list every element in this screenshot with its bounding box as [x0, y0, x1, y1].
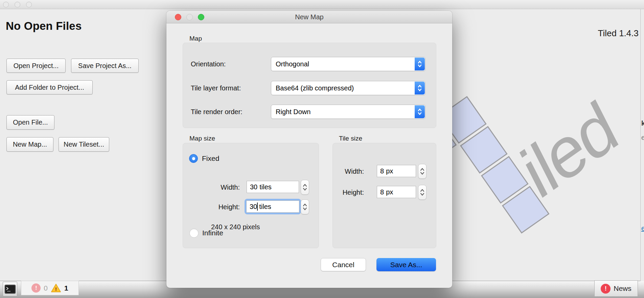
- map-height-input[interactable]: 30tiles: [246, 200, 299, 213]
- map-width-stepper[interactable]: [301, 180, 309, 195]
- tile-size-groupbox: Width: 8px Height: 8px: [332, 143, 436, 248]
- news-button[interactable]: ! News: [594, 280, 638, 297]
- tile-height-input[interactable]: 8px: [377, 186, 416, 198]
- tile-width-label: Width:: [338, 168, 364, 175]
- cutoff-text-fragment: k: [641, 120, 644, 127]
- tile-width-value: 8: [380, 167, 384, 175]
- map-width-suffix: tiles: [259, 183, 272, 191]
- tile-width-input[interactable]: 8px: [377, 165, 416, 177]
- text-caret: [257, 203, 258, 211]
- map-size-group-label: Map size: [189, 135, 215, 142]
- warning-icon: !: [51, 283, 61, 293]
- news-button-label: News: [614, 284, 631, 293]
- minimize-window-button[interactable]: [15, 2, 20, 7]
- main-window-titlebar: [0, 0, 644, 9]
- error-count: 0: [44, 284, 48, 292]
- infinite-radio-label: Infinite: [202, 229, 223, 237]
- infinite-radio[interactable]: [189, 229, 199, 238]
- fixed-radio-label: Fixed: [202, 154, 219, 163]
- stepper-down-icon: [303, 208, 307, 210]
- save-project-as-button[interactable]: Save Project As...: [71, 59, 139, 73]
- tile-height-stepper[interactable]: [418, 185, 427, 200]
- new-map-button[interactable]: New Map...: [6, 137, 53, 152]
- dialog-titlebar[interactable]: New Map: [166, 11, 452, 23]
- tile-render-order-label: Tile render order:: [191, 108, 243, 116]
- map-height-suffix: tiles: [259, 203, 271, 211]
- tile-height-label: Height:: [338, 189, 364, 196]
- map-width-input[interactable]: 30tiles: [247, 181, 299, 193]
- fixed-radio[interactable]: [189, 154, 198, 163]
- orientation-select[interactable]: Orthogonal: [271, 57, 426, 71]
- zoom-window-button[interactable]: [26, 2, 32, 7]
- warning-count: 1: [64, 284, 68, 292]
- orientation-label: Orientation:: [191, 60, 226, 68]
- map-width-label: Width:: [203, 184, 240, 191]
- map-group-label: Map: [189, 35, 202, 42]
- tile-height-value: 8: [380, 188, 384, 196]
- no-open-files-heading: No Open Files: [6, 20, 82, 33]
- orientation-value: Orthogonal: [271, 60, 415, 68]
- map-height-label: Height:: [203, 203, 240, 211]
- map-groupbox: Orientation: Orthogonal Tile layer forma…: [183, 43, 436, 128]
- open-file-button[interactable]: Open File...: [6, 115, 54, 130]
- close-window-button[interactable]: [3, 2, 9, 7]
- tile-width-stepper[interactable]: [418, 164, 427, 179]
- new-map-dialog: New Map Map Orientation: Orthogonal Tile…: [166, 11, 452, 288]
- map-size-groupbox: Fixed Width: 30tiles Height: 30tiles 240…: [183, 143, 319, 248]
- error-icon: !: [31, 283, 41, 293]
- add-folder-to-project-button[interactable]: Add Folder to Project...: [6, 80, 93, 94]
- map-width-value: 30: [250, 183, 257, 191]
- chevron-up-down-icon: [415, 82, 425, 94]
- tile-render-order-value: Right Down: [271, 108, 415, 116]
- tile-height-suffix: px: [386, 188, 393, 196]
- tile-render-order-select[interactable]: Right Down: [271, 105, 426, 119]
- cutoff-link-fragment[interactable]: e: [641, 225, 644, 232]
- tile-size-group-label: Tile size: [339, 135, 362, 142]
- tile-width-suffix: px: [386, 167, 393, 175]
- stepper-down-icon: [303, 188, 307, 191]
- map-height-value: 30: [250, 203, 257, 211]
- stepper-up-icon: [420, 168, 424, 171]
- open-project-button[interactable]: Open Project...: [6, 59, 66, 73]
- tile-layer-format-label: Tile layer format:: [191, 84, 241, 92]
- svg-text:!: !: [55, 286, 57, 292]
- stepper-down-icon: [420, 193, 424, 196]
- save-as-button[interactable]: Save As...: [376, 258, 436, 271]
- stepper-up-icon: [420, 189, 424, 192]
- stepper-down-icon: [420, 172, 424, 175]
- chevron-up-down-icon: [415, 105, 425, 118]
- console-toggle-button[interactable]: [3, 282, 17, 296]
- tile-layer-format-select[interactable]: Base64 (zlib compressed): [271, 81, 426, 95]
- map-height-stepper[interactable]: [301, 199, 309, 214]
- cancel-button[interactable]: Cancel: [321, 258, 366, 271]
- stepper-up-icon: [303, 184, 307, 187]
- new-tileset-button[interactable]: New Tileset...: [59, 137, 109, 152]
- console-icon: [4, 284, 16, 294]
- tile-layer-format-value: Base64 (zlib compressed): [271, 84, 415, 92]
- news-panel-edge: k e e: [640, 9, 644, 281]
- chevron-up-down-icon: [415, 58, 425, 70]
- cutoff-text-fragment: e: [641, 134, 644, 142]
- issues-counter[interactable]: ! 0 ! 1: [21, 281, 79, 295]
- app-version-label: Tiled 1.4.3: [537, 28, 639, 39]
- news-badge-icon: !: [601, 284, 611, 294]
- dialog-title: New Map: [166, 13, 452, 21]
- stepper-up-icon: [303, 204, 307, 206]
